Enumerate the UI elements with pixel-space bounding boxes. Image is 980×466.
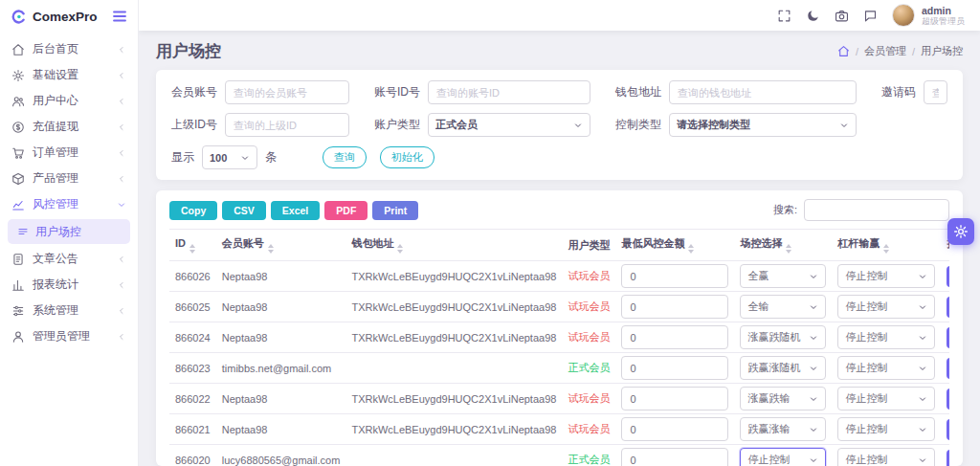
- chevron-down-icon: [809, 364, 818, 373]
- chevron-down-icon: [809, 272, 818, 281]
- save-button[interactable]: 保存: [947, 388, 949, 410]
- scene-select[interactable]: 跌赢涨输: [740, 417, 826, 441]
- wallet-address-input[interactable]: [669, 80, 857, 104]
- fullscreen-button[interactable]: [777, 9, 791, 23]
- cell-wallet: [345, 353, 562, 384]
- theme-customizer-button[interactable]: [947, 218, 974, 245]
- cell-account: Neptaa98: [216, 414, 346, 445]
- column-header-ID[interactable]: ID: [169, 230, 216, 261]
- scene-select[interactable]: 涨赢跌随机: [740, 325, 826, 349]
- min-amount-input[interactable]: [621, 264, 728, 288]
- scene-select[interactable]: 涨赢跌输: [740, 387, 826, 411]
- cell-lever: 停止控制: [832, 292, 941, 322]
- lever-select-value: 停止控制: [845, 269, 912, 283]
- sidebar-item-user-center[interactable]: 用户中心: [0, 88, 138, 114]
- sidebar-item-orders[interactable]: 订单管理: [0, 140, 138, 166]
- topbar: admin 超级管理员: [139, 0, 980, 31]
- cell-wallet: TXRkWcLeBEuygd9HUQC2X1vLiNeptaa98: [345, 414, 562, 445]
- scene-select[interactable]: 停止控制: [740, 448, 826, 466]
- messages-button[interactable]: [863, 9, 878, 23]
- lever-select-value: 停止控制: [845, 422, 912, 436]
- scene-select[interactable]: 跌赢涨随机: [740, 356, 826, 380]
- lever-select-value: 停止控制: [845, 453, 912, 466]
- csv-export-button[interactable]: CSV: [222, 201, 266, 220]
- cell-action: 保存: [941, 414, 949, 445]
- scene-select-value: 全赢: [747, 269, 803, 283]
- column-header-钱包地址[interactable]: 钱包地址: [345, 230, 562, 261]
- dark-mode-button[interactable]: [806, 9, 820, 23]
- cell-lever: 停止控制: [832, 384, 941, 414]
- sidebar-item-label: 后台首页: [33, 41, 78, 57]
- scene-select[interactable]: 全输: [740, 295, 826, 319]
- column-header-会员账号[interactable]: 会员账号: [216, 230, 346, 261]
- sidebar-item-admins[interactable]: 管理员管理: [0, 323, 138, 349]
- min-amount-input[interactable]: [621, 356, 728, 380]
- page-size-select[interactable]: 100: [202, 145, 257, 169]
- cell-user-type: 试玩会员: [562, 292, 615, 322]
- sidebar-item-home[interactable]: 后台首页: [0, 36, 138, 62]
- min-amount-input[interactable]: [621, 325, 728, 349]
- breadcrumb-item-member-management[interactable]: 会员管理: [864, 44, 906, 58]
- query-button[interactable]: 查询: [323, 146, 367, 168]
- invite-code-input[interactable]: [924, 80, 947, 104]
- scene-select[interactable]: 全赢: [740, 264, 826, 288]
- user-type-badge: 试玩会员: [568, 392, 610, 404]
- save-button[interactable]: 保存: [947, 450, 949, 466]
- account-type-select[interactable]: 正式会员: [428, 113, 590, 137]
- scene-select-value: 全输: [747, 300, 803, 314]
- sidebar-item-label: 订单管理: [33, 144, 78, 161]
- column-header-场控选择[interactable]: 场控选择: [734, 230, 832, 261]
- parent-id-input[interactable]: [225, 113, 349, 137]
- cell-action: 保存: [941, 322, 949, 353]
- user-role: 超级管理员: [922, 16, 965, 26]
- column-header-杠杆输赢[interactable]: 杠杆输赢: [832, 230, 941, 261]
- lever-select-value: 停止控制: [845, 361, 912, 375]
- account-id-input[interactable]: [428, 80, 590, 104]
- excel-export-button[interactable]: Excel: [271, 201, 320, 220]
- screenshot-button[interactable]: [835, 9, 849, 23]
- user-type-badge: 试玩会员: [568, 423, 610, 434]
- cell-account: Neptaa98: [216, 261, 346, 292]
- sidebar-item-risk-control[interactable]: 风控管理: [0, 191, 138, 217]
- lever-select[interactable]: 停止控制: [837, 448, 935, 466]
- lever-select[interactable]: 停止控制: [837, 417, 935, 441]
- init-button[interactable]: 初始化: [380, 146, 434, 168]
- cell-account: Neptaa98: [216, 322, 346, 353]
- sidebar-item-basic-settings[interactable]: 基础设置: [0, 62, 138, 88]
- control-type-select[interactable]: 请选择控制类型: [669, 113, 857, 137]
- copy-export-button[interactable]: Copy: [169, 201, 217, 220]
- sidebar-item-products[interactable]: 产品管理: [0, 166, 138, 191]
- chevron-left-icon: [117, 122, 126, 132]
- sidebar-item-system[interactable]: 系统管理: [0, 298, 138, 323]
- min-amount-input[interactable]: [621, 295, 728, 319]
- menu-toggle-button[interactable]: [111, 8, 128, 25]
- cell-lever: 停止控制: [832, 445, 941, 466]
- min-amount-input[interactable]: [621, 448, 728, 466]
- lever-select[interactable]: 停止控制: [837, 325, 935, 349]
- pdf-export-button[interactable]: PDF: [324, 201, 368, 220]
- lever-select[interactable]: 停止控制: [837, 295, 935, 319]
- column-header-最低风控金额[interactable]: 最低风控金额: [615, 230, 734, 261]
- lever-select[interactable]: 停止控制: [837, 264, 935, 288]
- save-button[interactable]: 保存: [947, 419, 949, 440]
- sidebar-item-reports[interactable]: 报表统计: [0, 272, 138, 298]
- save-button[interactable]: 保存: [947, 297, 949, 318]
- chevron-down-icon: [573, 121, 583, 130]
- lever-select[interactable]: 停止控制: [837, 387, 935, 411]
- print-export-button[interactable]: Print: [372, 201, 418, 220]
- sidebar-item-articles[interactable]: 文章公告: [0, 246, 138, 272]
- member-account-input[interactable]: [225, 80, 349, 104]
- save-button[interactable]: 保存: [947, 266, 949, 287]
- breadcrumb-separator: /: [856, 46, 858, 57]
- min-amount-input[interactable]: [621, 387, 728, 411]
- sidebar: ComexPro 后台首页基础设置用户中心充值提现订单管理产品管理风控管理用户场…: [0, 0, 139, 466]
- user-menu[interactable]: admin 超级管理员: [892, 4, 965, 27]
- search-input[interactable]: [804, 199, 949, 221]
- min-amount-input[interactable]: [621, 417, 728, 441]
- sidebar-subitem-user-scene-control[interactable]: 用户场控: [8, 219, 130, 244]
- lever-select[interactable]: 停止控制: [837, 356, 935, 380]
- breadcrumb-home-icon[interactable]: [837, 45, 850, 57]
- save-button[interactable]: 保存: [947, 358, 949, 379]
- sidebar-item-recharge-withdraw[interactable]: 充值提现: [0, 114, 138, 140]
- save-button[interactable]: 保存: [947, 327, 949, 348]
